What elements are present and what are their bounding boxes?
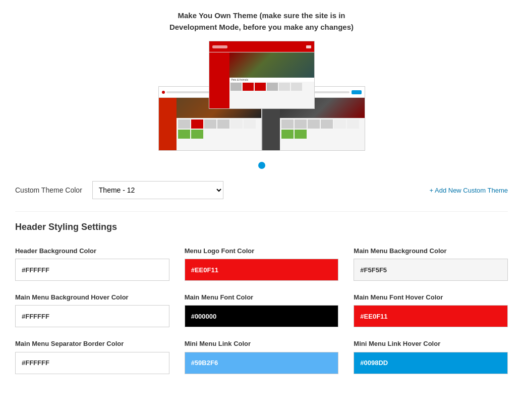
divider	[15, 211, 508, 212]
add-theme-link[interactable]: +Add New Custom Theme	[429, 187, 508, 194]
color-field-label-4: Main Menu Font Color	[185, 293, 339, 302]
color-field-0: Header Background Color#FFFFFF	[15, 247, 169, 281]
color-field-label-2: Main Menu Background Color	[354, 247, 508, 256]
hero-title: Make You Own Theme (make sure the site i…	[15, 10, 508, 33]
theme-preview-stack: Pets & Animals	[156, 41, 368, 152]
color-input-box-4[interactable]: #000000	[185, 305, 339, 327]
carousel-dots	[15, 162, 508, 169]
carousel-dot-active[interactable]	[258, 162, 265, 169]
color-input-box-1[interactable]: #EE0F11	[185, 259, 339, 281]
custom-theme-label: Custom Theme Color	[15, 186, 82, 194]
color-field-7: Mini Menu Link Color#59B2F6	[185, 339, 339, 374]
color-field-label-7: Mini Menu Link Color	[185, 339, 339, 348]
plus-icon: +	[429, 187, 433, 194]
color-field-label-8: Mini Menu Link Hover Color	[354, 339, 508, 348]
color-input-box-5[interactable]: #EE0F11	[354, 305, 508, 327]
color-field-label-0: Header Background Color	[15, 247, 169, 256]
color-input-box-0[interactable]: #FFFFFF	[15, 259, 169, 281]
color-field-2: Main Menu Background Color#F5F5F5	[354, 247, 508, 281]
hero-title-line2: Development Mode, before you make any ch…	[15, 22, 508, 33]
color-field-6: Main Menu Separator Border Color#FFFFFF	[15, 339, 169, 374]
theme-select[interactable]: Theme - 1Theme - 2Theme - 3Theme - 4Them…	[92, 181, 223, 199]
color-field-3: Main Menu Background Hover Color#FFFFFF	[15, 293, 169, 327]
color-field-1: Menu Logo Font Color#EE0F11	[185, 247, 339, 281]
color-field-5: Main Menu Font Hover Color#EE0F11	[354, 293, 508, 327]
header-styling-title: Header Styling Settings	[15, 222, 508, 236]
color-field-4: Main Menu Font Color#000000	[185, 293, 339, 327]
color-field-8: Mini Menu Link Hover Color#0098DD	[354, 339, 508, 374]
add-theme-label: Add New Custom Theme	[435, 187, 508, 194]
custom-theme-row: Custom Theme Color Theme - 1Theme - 2The…	[15, 181, 508, 199]
color-settings-grid: Header Background Color#FFFFFFMenu Logo …	[15, 247, 508, 374]
page-wrapper: Make You Own Theme (make sure the site i…	[0, 0, 523, 384]
hero-title-line1: Make You Own Theme (make sure the site i…	[15, 10, 508, 22]
preview-front: Pets & Animals	[209, 41, 315, 109]
color-field-label-1: Menu Logo Font Color	[185, 247, 339, 256]
color-input-box-8[interactable]: #0098DD	[354, 352, 508, 374]
color-input-box-6[interactable]: #FFFFFF	[15, 352, 169, 374]
color-input-box-3[interactable]: #FFFFFF	[15, 305, 169, 327]
color-field-label-3: Main Menu Background Hover Color	[15, 293, 169, 302]
color-field-label-6: Main Menu Separator Border Color	[15, 339, 169, 348]
color-field-label-5: Main Menu Font Hover Color	[354, 293, 508, 302]
theme-preview-container: Pets & Animals	[15, 41, 508, 157]
color-input-box-2[interactable]: #F5F5F5	[354, 259, 508, 281]
color-input-box-7[interactable]: #59B2F6	[185, 352, 339, 374]
